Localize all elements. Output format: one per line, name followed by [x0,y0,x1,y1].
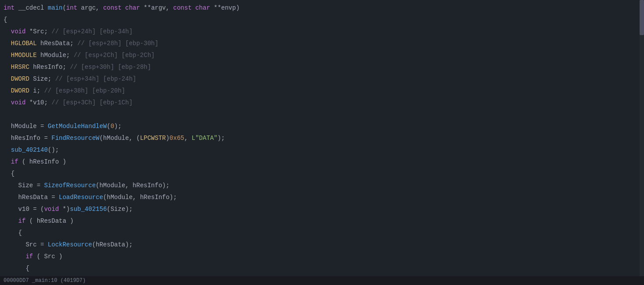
code-line-17: hResData = LoadResource(hModule, hResInf… [0,191,644,203]
code-line-3: void *Src; // [esp+24h] [ebp-34h] [0,25,644,37]
scrollbar[interactable] [640,0,644,276]
code-line-19: if ( hResData ) [0,215,644,227]
code-line-20: { [0,227,644,239]
code-line-18: v10 = (void *)sub_402156(Size); [0,203,644,215]
code-line-9: void *v10; // [esp+3Ch] [ebp-1Ch] [0,96,644,108]
code-line-4: HGLOBAL hResData; // [esp+28h] [ebp-30h] [0,37,644,49]
scrollbar-thumb[interactable] [640,0,644,35]
code-line-2: { [0,14,644,25]
code-line-23: { [0,262,644,274]
code-line-10 [0,108,644,120]
code-line-22: if ( Src ) [0,250,644,262]
code-line-16: Size = SizeofResource(hModule, hResInfo)… [0,179,644,191]
status-text: 00000DD7 _main:10 (4019D7) [4,278,86,284]
code-line-15: { [0,167,644,179]
code-line-14: if ( hResInfo ) [0,156,644,167]
code-line-7: DWORD Size; // [esp+34h] [ebp-24h] [0,73,644,85]
code-line-12: hResInfo = FindResourceW(hModule, (LPCWS… [0,132,644,144]
status-bar: 00000DD7 _main:10 (4019D7) [0,276,644,285]
code-line-6: HRSRC hResInfo; // [esp+30h] [ebp-28h] [0,61,644,73]
token-kw: int [4,4,14,11]
code-line-1: int __cdecl main(int argc, const char **… [0,2,644,14]
code-line-13: sub_402140(); [0,144,644,156]
code-line-21: Src = LockResource(hResData); [0,239,644,250]
code-line-8: DWORD i; // [esp+38h] [ebp-20h] [0,85,644,96]
code-line-11: hModule = GetModuleHandleW(0); [0,120,644,132]
code-line-5: HMODULE hModule; // [esp+2Ch] [ebp-2Ch] [0,49,644,61]
code-editor: int __cdecl main(int argc, const char **… [0,0,644,276]
